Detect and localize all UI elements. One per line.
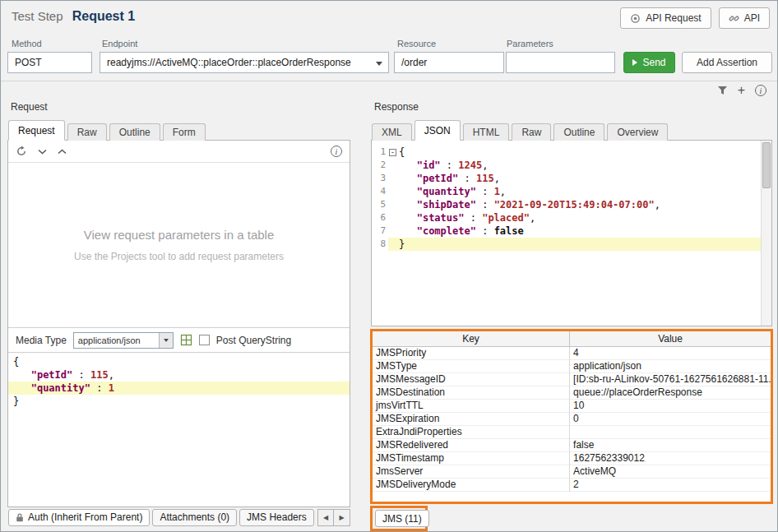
tab-overview[interactable]: Overview	[607, 123, 668, 141]
tab-jms-headers[interactable]: JMS Headers	[239, 509, 314, 526]
scroll-right-button[interactable]: ▶	[334, 509, 350, 526]
dropdown-arrow-icon	[164, 339, 169, 342]
response-tabstrip: XML JSON HTML Raw Outline Overview	[372, 120, 668, 141]
code-line: }	[8, 395, 350, 408]
recreate-request-icon[interactable]	[180, 334, 192, 346]
table-row[interactable]: JMSRedeliveredfalse	[373, 438, 771, 451]
table-row[interactable]: JmsServerActiveMQ	[373, 465, 771, 478]
table-row[interactable]: JMSTypeapplication/json	[373, 359, 771, 372]
api-label: API	[744, 12, 760, 24]
line-number: 3	[372, 172, 388, 185]
post-querystring-checkbox[interactable]	[199, 335, 210, 345]
table-row[interactable]: JMSTimestamp1627562339012	[373, 451, 771, 465]
request-empty-state: View request parameters in a table Use t…	[8, 163, 350, 327]
tab-auth[interactable]: Auth (Inherit From Parent)	[8, 509, 150, 526]
jms-value-cell: 2	[570, 478, 771, 491]
media-type-row: Media Type application/json Post QuerySt…	[8, 327, 350, 352]
info-icon[interactable]: i	[755, 85, 766, 96]
api-button[interactable]: API	[719, 7, 770, 29]
key-column-header[interactable]: Key	[373, 331, 570, 346]
filter-icon[interactable]	[717, 86, 728, 95]
line-number: 2	[372, 159, 388, 172]
tab-outline[interactable]: Outline	[109, 123, 160, 141]
vertical-scrollbar[interactable]	[761, 141, 771, 326]
table-row[interactable]: jmsVirtTTL10	[373, 399, 771, 412]
send-button[interactable]: Send	[623, 52, 675, 73]
table-row[interactable]: JMSMessageID[ID:sb-ru-ALinkov-50761-1627…	[373, 372, 771, 386]
tab-html[interactable]: HTML	[463, 123, 510, 141]
endpoint-dropdown[interactable]: readyjms://ActiveMQ::placeOrder::placeOr…	[100, 52, 389, 73]
request-toolbar: i	[8, 141, 350, 163]
table-row[interactable]: JMSPriority4	[373, 346, 771, 359]
fold-toggle-icon[interactable]: -	[389, 149, 396, 156]
jms-key-cell: jmsVirtTTL	[373, 399, 570, 412]
tab-json[interactable]: JSON	[414, 120, 461, 141]
request-editor[interactable]: { "petId" : 115, "quantity" : 1}	[8, 352, 350, 507]
line-number: 5	[372, 198, 388, 211]
refresh-icon[interactable]	[16, 146, 27, 157]
auth-tab-label: Auth (Inherit From Parent)	[28, 511, 142, 523]
endpoint-label: Endpoint	[102, 39, 137, 49]
line-number: 4	[372, 185, 388, 198]
request-info-icon[interactable]: i	[331, 146, 342, 157]
line-number: 7	[372, 224, 388, 238]
method-field[interactable]: POST	[7, 52, 92, 73]
table-row[interactable]: JMSDeliveryMode2	[373, 478, 771, 491]
tab-attachments[interactable]: Attachments (0)	[152, 509, 237, 526]
jms-value-cell: 10	[570, 399, 771, 412]
add-assertion-label: Add Assertion	[697, 57, 757, 68]
code-line: {	[8, 355, 350, 368]
jms-headers-table: Key Value JMSPriority4JMSTypeapplication…	[373, 331, 771, 492]
chevron-down-icon[interactable]	[38, 149, 47, 155]
tab-response-raw[interactable]: Raw	[512, 123, 551, 141]
value-column-header[interactable]: Value	[570, 331, 771, 346]
resource-value: /order	[401, 57, 427, 68]
jms-tab-annotation-box: JMS (11)	[370, 506, 428, 531]
jms-value-cell: queue://placeOrderResponse	[570, 386, 771, 399]
jms-key-cell: JMSRedelivered	[373, 438, 570, 451]
table-row[interactable]: ExtraJndiProperties	[373, 425, 771, 438]
jms-tab-label: JMS (11)	[382, 513, 422, 525]
code-line: 5 "shipDate" : "2021-09-20T15:49:04-07:0…	[372, 198, 761, 211]
breadcrumb: Test Step	[12, 9, 63, 23]
table-row[interactable]: JMSDestinationqueue://placeOrderResponse	[373, 386, 771, 399]
chevron-up-icon[interactable]	[58, 149, 67, 155]
response-editor[interactable]: 1-{2 "id" : 1245,3 "petId" : 115,4 "quan…	[371, 140, 772, 326]
add-icon[interactable]: +	[738, 84, 745, 97]
tab-form[interactable]: Form	[163, 123, 206, 141]
response-panel-title: Response	[374, 101, 419, 113]
method-value: POST	[15, 57, 42, 68]
jms-key-cell: JMSPriority	[373, 346, 570, 359]
code-line: "petId" : 115,	[8, 368, 350, 382]
tab-raw[interactable]: Raw	[67, 123, 107, 141]
code-line: "quantity" : 1	[8, 382, 350, 395]
media-type-select[interactable]: application/json	[73, 332, 174, 349]
jms-value-cell: 4	[570, 346, 771, 359]
resource-field[interactable]: /order	[394, 52, 504, 73]
divider	[1, 81, 777, 81]
jms-value-cell: false	[570, 438, 771, 451]
endpoint-value: readyjms://ActiveMQ::placeOrder::placeOr…	[107, 57, 351, 68]
tab-request[interactable]: Request	[8, 120, 65, 141]
tab-xml[interactable]: XML	[372, 123, 412, 141]
code-line: 1-{	[372, 146, 761, 159]
jms-value-cell: 0	[570, 412, 771, 425]
media-type-value: application/json	[78, 335, 141, 345]
empty-state-title: View request parameters in a table	[84, 228, 275, 242]
parameters-field[interactable]	[506, 52, 615, 73]
table-row[interactable]: JMSExpiration0	[373, 412, 771, 425]
api-request-button[interactable]: API Request	[620, 7, 711, 29]
scroll-left-button[interactable]: ◀	[317, 509, 334, 526]
test-step-name: Request 1	[72, 9, 135, 23]
code-line: 4 "quantity" : 1,	[372, 185, 761, 198]
request-bottom-tabs: Auth (Inherit From Parent) Attachments (…	[7, 507, 350, 527]
tab-response-outline[interactable]: Outline	[553, 123, 604, 141]
empty-state-subtitle: Use the Projects tool to add request par…	[74, 251, 284, 262]
request-content: i View request parameters in a table Use…	[7, 140, 350, 507]
add-assertion-button[interactable]: Add Assertion	[682, 52, 772, 73]
scrollbar-thumb[interactable]	[762, 142, 771, 188]
tab-jms[interactable]: JMS (11)	[375, 510, 429, 527]
jms-headers-annotation-box: Key Value JMSPriority4JMSTypeapplication…	[370, 329, 773, 504]
jms-value-cell: [ID:sb-ru-ALinkov-50761-1627561626881-11…	[570, 372, 771, 386]
method-label: Method	[12, 39, 42, 49]
